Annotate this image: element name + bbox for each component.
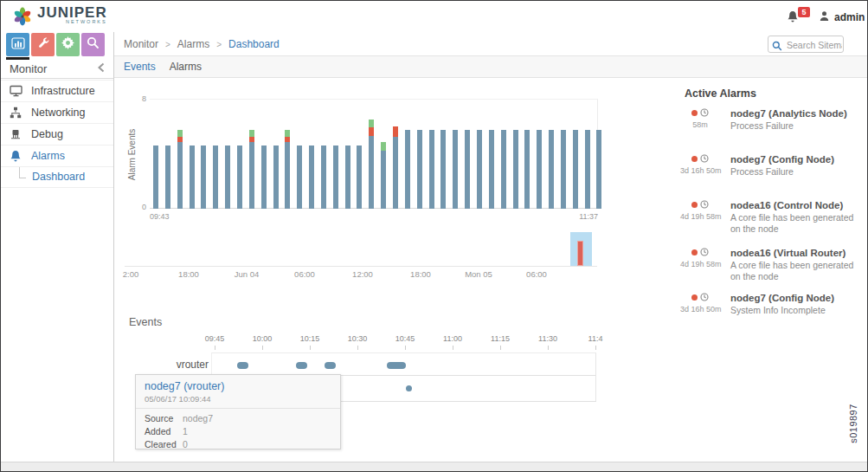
main-chart-bars — [153, 100, 599, 209]
alarm-name: nodeg7 (Analytics Node) — [730, 108, 847, 119]
event-dot[interactable] — [296, 362, 307, 369]
query-nav-button[interactable] — [81, 33, 105, 56]
sidebar-item-dashboard[interactable]: Dashboard — [1, 167, 113, 188]
alarm-item[interactable]: 4d 19h 58mnodea16 (Control Node)A core f… — [680, 200, 866, 235]
alarm-bar[interactable] — [524, 100, 530, 209]
alarm-bar[interactable] — [573, 100, 578, 209]
alarm-bar[interactable] — [249, 100, 254, 209]
bar-segment-alarm-events — [549, 130, 554, 209]
settings-nav-button[interactable] — [56, 33, 80, 56]
alarm-bar[interactable] — [477, 100, 482, 209]
alarm-severity-cell: 4d 19h 58m — [680, 248, 720, 282]
bar-segment-alarm-events — [561, 130, 566, 209]
events-axis-label: 11:4 — [581, 334, 610, 343]
breadcrumb-item-dashboard[interactable]: Dashboard — [228, 38, 280, 50]
alarm-bar[interactable] — [153, 100, 158, 209]
alarm-bar[interactable] — [585, 100, 590, 209]
tab-alarms[interactable]: Alarms — [170, 61, 202, 73]
alarm-bar[interactable] — [177, 100, 183, 209]
alarm-item[interactable]: 4d 19h 58mnodea16 (Virtual Router)A core… — [680, 248, 866, 282]
alarm-details: nodeg7 (Analytics Node)Process Failure — [720, 108, 847, 132]
clock-icon — [700, 151, 709, 166]
alarm-bar[interactable] — [381, 100, 386, 209]
juniper-logo: JUNIPER NETWORKS — [12, 5, 107, 30]
alarm-description: Process Failure — [730, 120, 847, 132]
alarm-bar[interactable] — [345, 100, 350, 209]
alarm-bar[interactable] — [201, 100, 206, 209]
sidebar-item-alarms[interactable]: Alarms — [1, 145, 113, 167]
alarm-bar[interactable] — [273, 100, 279, 209]
alarm-bar[interactable] — [501, 100, 506, 209]
alarm-bar[interactable] — [297, 100, 302, 209]
sidebar-item-infrastructure[interactable]: Infrastructure — [1, 81, 113, 102]
alarm-bar[interactable] — [165, 100, 170, 209]
sidebar-title: Monitor — [10, 62, 47, 75]
alarm-bar[interactable] — [261, 100, 267, 209]
event-dot[interactable] — [387, 362, 406, 369]
alarm-bar[interactable] — [429, 100, 434, 209]
sidebar-item-networking[interactable]: Networking — [1, 102, 113, 124]
events-axis-label: 11:15 — [485, 334, 515, 343]
chevron-left-icon[interactable] — [97, 62, 105, 75]
alarm-bar[interactable] — [513, 100, 518, 209]
event-dot[interactable] — [325, 362, 336, 369]
alarm-item[interactable]: 3d 16h 50mnodeg7 (Config Node)System Inf… — [680, 293, 866, 316]
alarm-duration: 4d 19h 58m — [680, 212, 720, 221]
alarm-duration: 4d 19h 58m — [680, 260, 720, 268]
tooltip-divider — [136, 408, 340, 409]
alarm-bar[interactable] — [357, 100, 362, 209]
events-axis-tick — [262, 346, 263, 350]
breadcrumb-item-monitor[interactable]: Monitor — [124, 38, 158, 50]
alarm-bar[interactable] — [561, 100, 566, 209]
alarm-bar[interactable] — [453, 100, 458, 209]
sidebar-item-debug[interactable]: Debug — [1, 124, 113, 145]
alarm-bar[interactable] — [405, 100, 410, 209]
tooltip-row-label: Cleared — [145, 439, 183, 449]
alarm-bar[interactable] — [285, 100, 290, 209]
event-dot[interactable] — [237, 362, 248, 369]
alarm-bar[interactable] — [549, 100, 554, 209]
alarm-bar[interactable] — [596, 100, 601, 209]
configure-nav-button[interactable] — [31, 33, 55, 56]
search-icon — [87, 36, 100, 53]
bar-segment-alarm-events — [417, 130, 422, 209]
active-alarms-title: Active Alarms — [680, 87, 866, 100]
sidebar-item-label: Infrastructure — [31, 85, 95, 97]
tooltip-title-link[interactable]: nodeg7 (vrouter) — [145, 380, 331, 392]
alarm-bar[interactable] — [465, 100, 470, 209]
bar-segment-alarm-events — [321, 145, 326, 209]
alarm-bar[interactable] — [440, 100, 446, 209]
alarm-bar[interactable] — [417, 100, 422, 209]
alarm-bar[interactable] — [237, 100, 242, 209]
sidebar-item-label: Debug — [31, 128, 63, 140]
tooltip-row: Sourcenodeg7 — [145, 413, 331, 424]
user-menu[interactable]: admin — [819, 10, 868, 25]
alarm-icons — [680, 200, 720, 209]
sidebar: Monitor InfrastructureNetworkingDebugAla… — [1, 32, 114, 462]
alarm-item[interactable]: 3d 16h 50mnodeg7 (Config Node)Process Fa… — [680, 154, 866, 178]
alarm-bar[interactable] — [190, 100, 195, 209]
notifications-badge[interactable]: 5 — [798, 7, 810, 17]
sitemap-search-input[interactable] — [785, 37, 844, 53]
alarm-description: A core file has been generated on the no… — [730, 212, 866, 235]
alarm-bar[interactable] — [321, 100, 326, 209]
event-dot[interactable] — [406, 385, 412, 391]
alarm-bar[interactable] — [369, 100, 374, 209]
alarm-bar[interactable] — [213, 100, 218, 209]
alarm-bar[interactable] — [489, 100, 494, 209]
events-axis-tick — [310, 346, 311, 350]
monitor-nav-button[interactable] — [6, 33, 29, 56]
alarm-bar[interactable] — [393, 100, 398, 209]
breadcrumb-item-alarms[interactable]: Alarms — [177, 38, 209, 50]
alarm-bar[interactable] — [225, 100, 230, 209]
tab-events[interactable]: Events — [124, 61, 156, 73]
alarm-bar[interactable] — [309, 100, 314, 209]
bar-segment-alarm-events — [489, 130, 494, 209]
alarm-bar[interactable] — [537, 100, 542, 209]
alarm-item[interactable]: 58mnodeg7 (Analytics Node)Process Failur… — [680, 108, 866, 132]
bar-segment-alarm-events — [429, 130, 434, 209]
alarm-duration: 3d 16h 50m — [680, 166, 720, 175]
alarm-bar[interactable] — [333, 100, 338, 209]
navigator-selection[interactable] — [570, 232, 592, 266]
tree-connector — [19, 167, 20, 178]
